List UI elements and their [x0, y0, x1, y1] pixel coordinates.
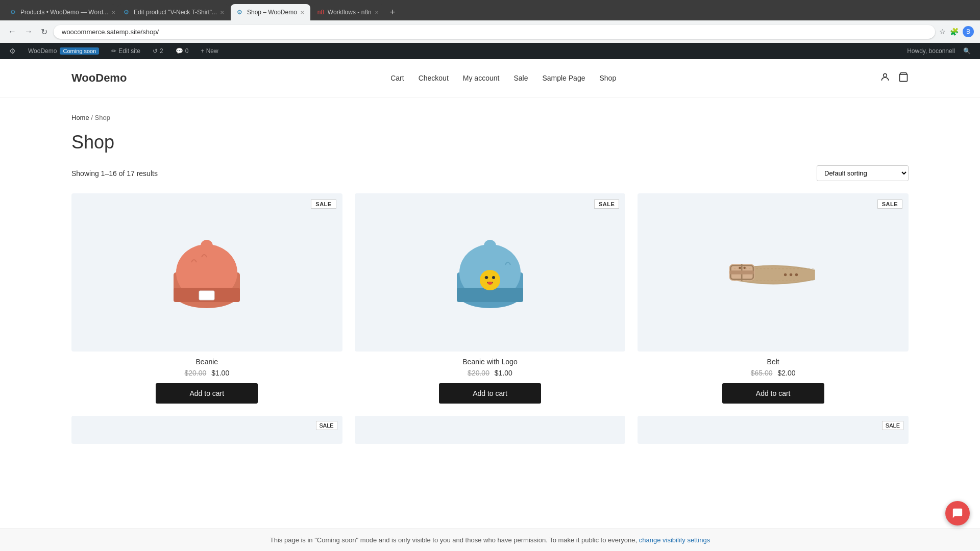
site-header: WooDemo Cart Checkout My account Sale Sa…	[0, 59, 980, 97]
revisions-btn[interactable]: ↺ 2	[150, 43, 166, 59]
product-price-beanie: $20.00 $1.00	[71, 369, 342, 377]
site-logo[interactable]: WooDemo	[71, 71, 127, 85]
tab-favicon-2: ⚙	[124, 9, 131, 16]
address-input[interactable]	[54, 25, 935, 39]
svg-point-19	[784, 273, 787, 276]
nav-sample-page[interactable]: Sample Page	[542, 74, 585, 82]
main-nav: Cart Checkout My account Sale Sample Pag…	[390, 74, 616, 82]
sale-badge-beanie: SALE	[311, 199, 336, 209]
nav-icons	[880, 72, 909, 85]
nav-my-account[interactable]: My account	[463, 74, 500, 82]
comments-btn[interactable]: 💬 0	[173, 43, 192, 59]
tab-close-4[interactable]: ✕	[375, 10, 379, 15]
nav-cart[interactable]: Cart	[390, 74, 404, 82]
tab-favicon-4: n8	[317, 9, 325, 16]
svg-point-0	[884, 73, 887, 77]
page-title: Shop	[71, 132, 909, 153]
address-bar: ← → ↻ ☆ 🧩 B	[0, 20, 980, 43]
svg-point-15	[492, 276, 495, 279]
edit-icon: ✏	[111, 47, 116, 55]
original-price-beanie: $20.00	[184, 369, 206, 377]
profile-icon[interactable]: B	[963, 26, 974, 37]
partial-product-2	[355, 416, 626, 444]
svg-rect-6	[199, 291, 214, 300]
partial-sale-badge-1: SALE	[316, 421, 337, 430]
back-button[interactable]: ←	[6, 25, 18, 38]
extensions-icon[interactable]: 🧩	[950, 28, 959, 36]
account-icon[interactable]	[880, 72, 890, 85]
product-price-beanie-logo: $20.00 $1.00	[355, 369, 626, 377]
tab-label-4: Workflows - n8n	[328, 9, 372, 16]
tab-favicon-1: ⚙	[10, 9, 17, 16]
product-image-wrap-beanie: SALE	[71, 193, 342, 352]
search-wp-icon[interactable]: 🔍	[960, 43, 974, 59]
svg-point-16	[487, 282, 493, 285]
revisions-count: 2	[160, 47, 163, 55]
howdy-label[interactable]: Howdy, boconnell	[904, 43, 958, 59]
add-to-cart-beanie[interactable]: Add to cart	[156, 383, 258, 404]
edit-site-label: Edit site	[118, 47, 140, 55]
sale-badge-beanie-logo: SALE	[594, 199, 619, 209]
new-tab-button[interactable]: +	[386, 5, 400, 20]
product-name-beanie-logo: Beanie with Logo	[355, 358, 626, 366]
shop-toolbar: Showing 1–16 of 17 results Default sorti…	[71, 165, 909, 181]
wp-admin-bar: ⚙ WooDemo Coming soon ✏ Edit site ↺ 2 💬 …	[0, 43, 980, 59]
tab-label-1: Products • WooDemo — Word...	[20, 9, 108, 16]
wp-site-name[interactable]: WooDemo Coming soon	[25, 43, 102, 59]
tab-edit-product[interactable]: ⚙ Edit product "V-Neck T-Shirt"... ✕	[117, 4, 230, 20]
svg-point-18	[789, 273, 792, 276]
product-card-belt[interactable]: SALE	[638, 193, 909, 404]
tab-products[interactable]: ⚙ Products • WooDemo — Word... ✕	[4, 4, 116, 20]
product-name-belt: Belt	[638, 358, 909, 366]
original-price-belt: $65.00	[751, 369, 773, 377]
partial-product-3: SALE	[638, 416, 909, 444]
new-label: + New	[201, 47, 218, 55]
product-grid-partial: SALE SALE	[71, 416, 909, 444]
product-image-wrap-belt: SALE	[638, 193, 909, 352]
svg-rect-23	[729, 270, 753, 274]
belt-image	[722, 221, 824, 323]
main-content: Home / Shop Shop Showing 1–16 of 17 resu…	[0, 97, 980, 474]
edit-site-btn[interactable]: ✏ Edit site	[108, 43, 143, 59]
forward-button[interactable]: →	[22, 25, 35, 38]
wp-logo[interactable]: ⚙	[6, 43, 19, 59]
product-grid: SALE B	[71, 193, 909, 404]
coming-soon-badge: Coming soon	[60, 47, 99, 55]
revisions-icon: ↺	[153, 47, 158, 55]
product-card-beanie-logo[interactable]: SALE	[355, 193, 626, 404]
site-name-label: WooDemo	[28, 47, 57, 55]
bookmark-icon[interactable]: ☆	[939, 28, 946, 36]
partial-product-1: SALE	[71, 416, 342, 444]
tab-bar: ⚙ Products • WooDemo — Word... ✕ ⚙ Edit …	[0, 0, 980, 20]
wp-icon: ⚙	[9, 47, 16, 55]
sale-price-beanie-logo: $1.00	[495, 369, 512, 377]
reload-button[interactable]: ↻	[39, 25, 50, 39]
add-to-cart-belt[interactable]: Add to cart	[722, 383, 824, 404]
tab-close-2[interactable]: ✕	[220, 10, 224, 15]
tab-close-1[interactable]: ✕	[111, 10, 115, 15]
breadcrumb-current: Shop	[95, 114, 110, 121]
nav-checkout[interactable]: Checkout	[419, 74, 449, 82]
beanie-image	[156, 221, 258, 323]
cart-icon[interactable]	[898, 72, 909, 85]
breadcrumb-home[interactable]: Home	[71, 114, 89, 121]
sale-price-belt: $2.00	[778, 369, 796, 377]
breadcrumb-separator: /	[91, 114, 94, 121]
add-to-cart-beanie-logo[interactable]: Add to cart	[439, 383, 541, 404]
tab-shop[interactable]: ⚙ Shop – WooDemo ✕	[231, 4, 310, 20]
beanie-logo-image	[439, 221, 541, 323]
results-count: Showing 1–16 of 17 results	[71, 169, 158, 178]
product-card-beanie[interactable]: SALE B	[71, 193, 342, 404]
nav-sale[interactable]: Sale	[513, 74, 528, 82]
svg-point-12	[484, 240, 496, 252]
product-price-belt: $65.00 $2.00	[638, 369, 909, 377]
tab-close-3[interactable]: ✕	[300, 10, 304, 15]
tab-label-3: Shop – WooDemo	[247, 9, 297, 16]
comments-icon: 💬	[176, 47, 183, 55]
tab-n8n[interactable]: n8 Workflows - n8n ✕	[311, 4, 385, 20]
product-image-wrap-beanie-logo: SALE	[355, 193, 626, 352]
nav-shop[interactable]: Shop	[599, 74, 616, 82]
new-content-btn[interactable]: + New	[198, 43, 221, 59]
partial-sale-badge-3: SALE	[882, 421, 903, 430]
sort-select[interactable]: Default sorting Sort by popularity Sort …	[817, 165, 909, 181]
